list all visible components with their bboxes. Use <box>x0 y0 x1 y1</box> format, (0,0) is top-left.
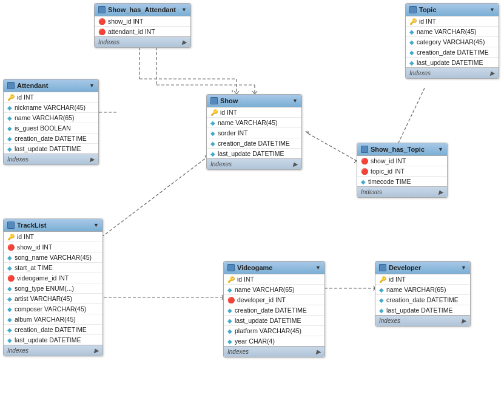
table-show-has-topic: Show_has_Topic ▼ 🔴 show_id INT 🔴 topic_i… <box>357 143 448 198</box>
table-row: ◆ last_update DATETIME <box>224 316 324 326</box>
field-text: id INT <box>17 233 34 240</box>
table-row: 🔴 show_id INT <box>4 242 102 252</box>
field-text: videogame_id INT <box>17 274 69 282</box>
table-body: 🔑 id INT ◆ name VARCHAR(45) ◆ sorder INT… <box>207 107 301 158</box>
table-row: 🔑 id INT <box>224 274 324 285</box>
field-text: song_name VARCHAR(45) <box>15 254 92 261</box>
table-title: TrackList <box>17 222 46 229</box>
table-footer: Indexes ▶ <box>207 158 301 169</box>
field-text: last_update DATETIME <box>235 317 301 324</box>
field-text: last_update DATETIME <box>15 145 81 152</box>
key-icon: 🔑 <box>227 276 235 283</box>
table-row: ◆ creation_date DATETIME <box>224 305 324 316</box>
table-row: 🔑 id INT <box>375 274 470 285</box>
field-text: artist VARCHAR(45) <box>15 295 72 302</box>
footer-arrow-icon: ▶ <box>316 348 321 355</box>
field-icon: ◆ <box>227 286 232 293</box>
field-text: creation_date DATETIME <box>15 135 87 142</box>
field-text: name VARCHAR(65) <box>15 114 74 121</box>
field-text: category VARCHAR(45) <box>417 38 485 46</box>
field-icon: ◆ <box>7 337 12 344</box>
fk-icon: 🔴 <box>98 18 106 25</box>
table-row: 🔑 id INT <box>4 232 102 242</box>
field-text: id INT <box>220 109 237 116</box>
table-row: 🔑 id INT <box>4 92 98 103</box>
dropdown-icon[interactable]: ▼ <box>93 222 99 228</box>
field-icon: ◆ <box>210 130 215 137</box>
field-text: name VARCHAR(65) <box>235 286 294 293</box>
field-icon: ◆ <box>7 135 12 142</box>
table-title: Attendant <box>17 82 48 89</box>
table-footer: Indexes ▶ <box>406 67 499 78</box>
field-text: album VARCHAR(45) <box>15 316 76 323</box>
field-text: developer_id INT <box>237 296 286 303</box>
table-body: 🔑 id INT ◆ name VARCHAR(65) ◆ creation_d… <box>375 274 470 315</box>
table-footer: Indexes ▶ <box>357 186 447 197</box>
field-text: show_id INT <box>17 243 52 251</box>
table-header-show-has-attendant: Show_has_Attendant ▼ <box>95 4 190 16</box>
fk-icon: 🔴 <box>361 158 368 164</box>
field-icon: ◆ <box>210 151 215 157</box>
field-text: creation_date DATETIME <box>417 49 489 56</box>
table-header-tracklist: TrackList ▼ <box>4 219 102 232</box>
key-icon: 🔑 <box>7 94 15 101</box>
table-show-has-attendant: Show_has_Attendant ▼ 🔴 show_id INT 🔴 att… <box>94 3 191 48</box>
field-icon: ◆ <box>7 254 12 261</box>
dropdown-icon[interactable]: ▼ <box>461 265 466 271</box>
key-icon: 🔑 <box>379 276 386 283</box>
dropdown-icon[interactable]: ▼ <box>315 265 321 271</box>
field-text: creation_date DATETIME <box>386 296 459 303</box>
field-text: last_update DATETIME <box>15 336 81 344</box>
table-row: ◆ artist VARCHAR(45) <box>4 294 102 304</box>
table-row: ◆ platform VARCHAR(45) <box>224 326 324 336</box>
svg-line-16 <box>306 131 308 134</box>
table-body: 🔑 id INT 🔴 show_id INT ◆ song_name VARCH… <box>4 232 102 345</box>
table-attendant: Attendant ▼ 🔑 id INT ◆ nickname VARCHAR(… <box>3 79 99 165</box>
field-icon: ◆ <box>7 115 12 121</box>
key-icon: 🔑 <box>210 109 218 116</box>
table-body: 🔴 show_id INT 🔴 attendant_id INT <box>95 16 190 36</box>
table-row: ◆ start_at TIME <box>4 263 102 273</box>
table-title: Videogame <box>237 264 273 271</box>
field-icon: ◆ <box>409 59 414 66</box>
field-text: composer VARCHAR(45) <box>15 305 86 313</box>
dropdown-icon[interactable]: ▼ <box>292 98 298 104</box>
table-row: 🔴 show_id INT <box>95 16 190 27</box>
field-text: last_update DATETIME <box>417 59 483 66</box>
field-text: timecode TIME <box>368 178 411 185</box>
field-text: name VARCHAR(45) <box>417 28 476 35</box>
table-row: ◆ composer VARCHAR(45) <box>4 304 102 314</box>
table-footer: Indexes ▶ <box>224 346 324 357</box>
dropdown-icon[interactable]: ▼ <box>89 83 95 89</box>
table-row: ◆ creation_date DATETIME <box>375 295 470 305</box>
table-row: ◆ last_update DATETIME <box>375 305 470 315</box>
table-icon <box>409 6 417 13</box>
field-text: topic_id INT <box>371 168 405 175</box>
table-row: ◆ is_guest BOOLEAN <box>4 123 98 134</box>
dropdown-icon[interactable]: ▼ <box>489 7 495 13</box>
table-body: 🔑 id INT ◆ name VARCHAR(65) 🔴 developer_… <box>224 274 324 346</box>
table-icon <box>7 222 15 229</box>
dropdown-icon[interactable]: ▼ <box>181 7 187 13</box>
table-row: ◆ name VARCHAR(65) <box>224 285 324 295</box>
field-icon: ◆ <box>7 296 12 302</box>
table-row: ◆ year CHAR(4) <box>224 336 324 346</box>
fk-icon: 🔴 <box>227 297 235 303</box>
fk-icon: 🔴 <box>7 275 15 282</box>
table-row: ◆ album VARCHAR(45) <box>4 314 102 325</box>
fk-icon: 🔴 <box>7 244 15 251</box>
field-text: nickname VARCHAR(45) <box>15 104 86 111</box>
table-icon <box>210 97 218 104</box>
footer-arrow-icon: ▶ <box>438 189 443 195</box>
field-text: id INT <box>17 93 34 101</box>
table-header-show-has-topic: Show_has_Topic ▼ <box>357 143 447 156</box>
table-show: Show ▼ 🔑 id INT ◆ name VARCHAR(45) ◆ sor… <box>206 94 302 170</box>
dropdown-icon[interactable]: ▼ <box>438 146 443 152</box>
table-icon <box>98 6 106 13</box>
table-row: ◆ song_type ENUM(...) <box>4 283 102 294</box>
field-text: start_at TIME <box>15 264 53 271</box>
table-header-show: Show ▼ <box>207 95 301 107</box>
table-row: ◆ name VARCHAR(65) <box>375 285 470 295</box>
table-topic: Topic ▼ 🔑 id INT ◆ name VARCHAR(45) ◆ ca… <box>405 3 499 79</box>
table-row: ◆ name VARCHAR(65) <box>4 113 98 123</box>
